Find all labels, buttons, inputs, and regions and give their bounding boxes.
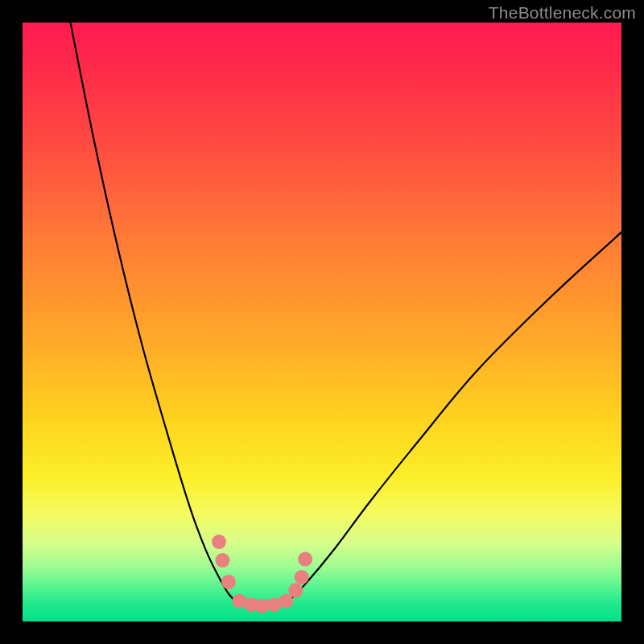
chart-curve bbox=[71, 23, 621, 606]
chart-markers bbox=[212, 535, 312, 613]
data-marker bbox=[295, 570, 309, 584]
data-marker bbox=[215, 553, 229, 568]
curve-right-branch bbox=[286, 232, 621, 603]
data-marker bbox=[288, 583, 303, 597]
watermark-text: TheBottleneck.com bbox=[489, 3, 636, 23]
curve-left-branch bbox=[71, 23, 238, 604]
chart-plot-area bbox=[23, 23, 621, 621]
data-marker bbox=[279, 594, 293, 609]
chart-svg bbox=[23, 23, 621, 621]
data-marker bbox=[298, 552, 312, 567]
data-marker bbox=[212, 535, 226, 549]
chart-frame: TheBottleneck.com bbox=[0, 0, 644, 644]
data-marker bbox=[221, 575, 236, 589]
